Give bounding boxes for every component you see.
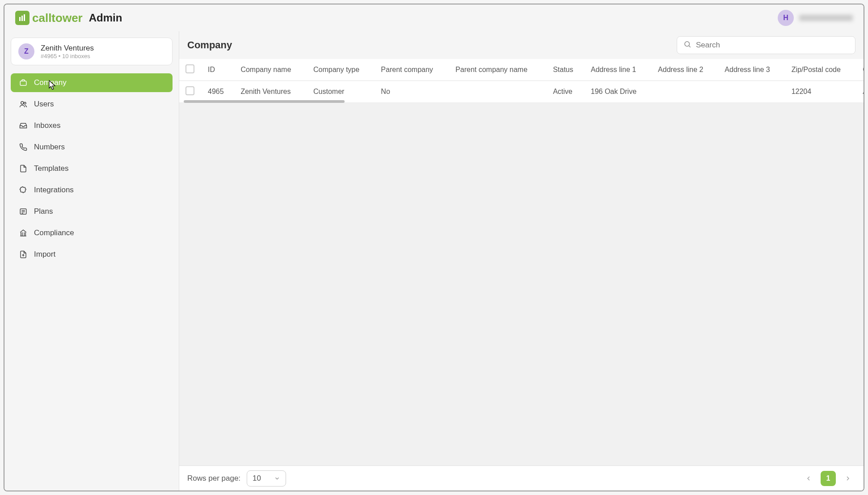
company-table: ID Company name Company type Parent comp… [179,59,864,103]
sidebar-item-inboxes[interactable]: Inboxes [11,116,173,135]
cell-status: Active [547,81,585,103]
search-icon [683,40,691,50]
main-content: Company ID Company name Company [179,31,864,491]
page-title: Company [187,39,232,51]
cell-address3 [718,81,785,103]
sidebar-item-plans[interactable]: Plans [11,202,173,221]
company-card-name: Zenith Ventures [41,44,94,53]
cell-parent-company: No [375,81,449,103]
col-address2[interactable]: Address line 2 [652,59,718,81]
table-footer: Rows per page: 10 1 [179,465,864,491]
sidebar-item-label: Compliance [34,228,74,237]
sidebar: Z Zenith Ventures #4965 • 10 inboxes Com… [4,31,179,491]
sidebar-item-label: Users [34,100,54,109]
company-avatar: Z [18,43,34,59]
svg-line-11 [689,46,690,47]
horizontal-scrollbar-handle[interactable] [184,100,345,103]
col-zip[interactable]: Zip/Postal code [785,59,857,81]
plan-icon [19,207,28,216]
sidebar-item-users[interactable]: Users [11,95,173,114]
chevron-down-icon [274,475,280,482]
col-status[interactable]: Status [547,59,585,81]
sidebar-item-label: Templates [34,164,68,173]
sidebar-item-compliance[interactable]: Compliance [11,224,173,242]
file-icon [19,164,28,173]
inbox-icon [19,121,28,130]
svg-rect-2 [24,14,25,21]
empty-area [179,103,864,465]
col-company-name[interactable]: Company name [234,59,307,81]
brand-name: calltower [32,11,83,25]
company-card-sub: #4965 • 10 inboxes [41,53,94,59]
col-address3[interactable]: Address line 3 [718,59,785,81]
svg-point-5 [24,102,26,105]
svg-rect-1 [21,16,23,21]
svg-point-10 [685,42,690,47]
cell-address2 [652,81,718,103]
admin-label: Admin [89,12,122,24]
brand-logo[interactable]: calltower [15,11,83,25]
sidebar-item-label: Inboxes [34,121,61,130]
svg-point-4 [21,102,24,104]
sidebar-item-import[interactable]: Import [11,245,173,264]
sidebar-item-label: Numbers [34,143,65,152]
bank-icon [19,228,28,237]
col-id[interactable]: ID [202,59,234,81]
col-company-type[interactable]: Company type [307,59,375,81]
topbar: calltower Admin H [4,4,864,31]
svg-rect-3 [20,81,26,85]
briefcase-icon [19,78,28,87]
sidebar-item-label: Import [34,250,55,259]
sidebar-item-company[interactable]: Company [11,73,173,92]
sidebar-item-numbers[interactable]: Numbers [11,138,173,157]
svg-rect-0 [19,17,21,21]
col-city[interactable]: City [856,59,864,81]
page-1-button[interactable]: 1 [821,471,836,486]
cell-id: 4965 [202,81,234,103]
user-name-blurred [799,15,853,21]
people-icon [19,100,28,109]
search-input[interactable] [696,41,849,50]
sidebar-item-integrations[interactable]: Integrations [11,181,173,199]
puzzle-icon [19,186,28,195]
rows-per-page-label: Rows per page: [187,474,240,483]
cell-zip: 12204 [785,81,857,103]
phone-icon [19,143,28,152]
prev-page-button[interactable] [801,471,816,486]
user-avatar[interactable]: H [778,10,794,26]
chevron-right-icon [844,475,851,482]
sidebar-item-templates[interactable]: Templates [11,159,173,178]
cell-address1: 196 Oak Drive [585,81,652,103]
search-wrap[interactable] [677,36,855,54]
sidebar-item-label: Company [34,78,67,87]
chevron-left-icon [805,475,812,482]
row-checkbox[interactable] [185,86,194,95]
cell-company-type: Customer [307,81,375,103]
upload-icon [19,250,28,259]
pagination: 1 [801,471,855,486]
table-container: ID Company name Company type Parent comp… [179,59,864,103]
select-all-checkbox[interactable] [185,64,194,73]
col-address1[interactable]: Address line 1 [585,59,652,81]
rows-per-page-select[interactable]: 10 [247,470,286,487]
col-parent-company-name[interactable]: Parent company name [449,59,547,81]
cell-parent-company-name [449,81,547,103]
cell-company-name: Zenith Ventures [234,81,307,103]
cell-city: Albany [856,81,864,103]
table-row[interactable]: 4965 Zenith Ventures Customer No Active … [179,81,864,103]
next-page-button[interactable] [840,471,855,486]
col-parent-company[interactable]: Parent company [375,59,449,81]
brand-logo-icon [15,11,29,25]
sidebar-item-label: Plans [34,207,53,216]
sidebar-item-label: Integrations [34,186,74,195]
company-card[interactable]: Z Zenith Ventures #4965 • 10 inboxes [11,38,173,65]
